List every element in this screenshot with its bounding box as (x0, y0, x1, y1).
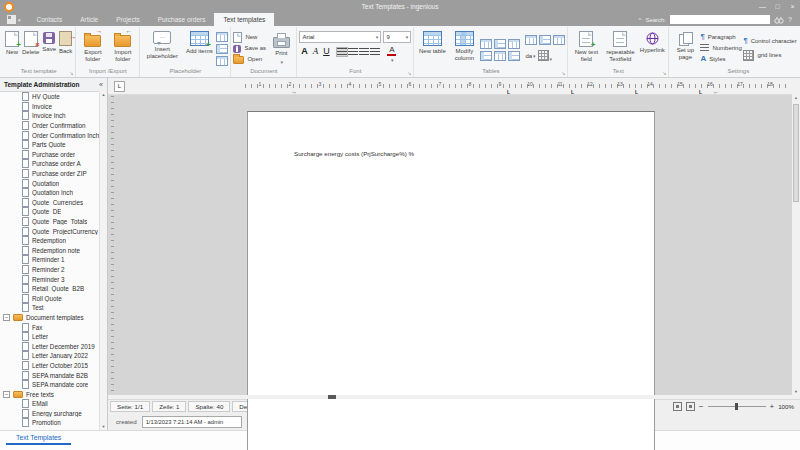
import-folder-button[interactable]: Import folder (108, 28, 137, 68)
table-tool-icon[interactable] (525, 35, 537, 45)
fit-page-icon[interactable] (673, 402, 682, 411)
menu-tab[interactable]: Projects (107, 13, 148, 26)
tree-item[interactable]: Parts Quote (0, 140, 107, 150)
tree-item[interactable]: Quotation (0, 178, 107, 188)
scroll-up-icon[interactable]: ▲ (792, 95, 800, 100)
placeholder-extra-icon[interactable] (216, 32, 228, 42)
scroll-down-icon[interactable]: ▼ (100, 424, 107, 429)
new-template-button[interactable]: New (4, 28, 20, 68)
minimize-button[interactable]: — (755, 0, 770, 13)
tree-item[interactable]: Redemption (0, 236, 107, 246)
document-new-button[interactable]: New (233, 32, 267, 43)
set-up-page-button[interactable]: Set up page (671, 28, 699, 68)
tree-item[interactable]: Purchase order ZIP (0, 169, 107, 179)
menu-tab[interactable]: Text templates (214, 13, 274, 26)
align-center-button[interactable] (348, 48, 358, 56)
tree-item[interactable]: Order Confirmation Inch (0, 130, 107, 140)
table-tool-icon[interactable] (480, 51, 492, 61)
scrollbar-thumb[interactable] (793, 104, 799, 202)
back-button[interactable]: Back (58, 28, 73, 68)
tab-stop-icon[interactable]: L (635, 90, 638, 95)
scrollbar-thumb[interactable] (328, 395, 336, 399)
styles-button[interactable]: Styles (700, 54, 742, 65)
help-icon[interactable]: ? (788, 16, 792, 23)
margin-marker-icon[interactable]: ← (713, 89, 719, 95)
save-template-button[interactable]: Save (41, 28, 57, 68)
tree-item[interactable]: Retail_Quote_B2B (0, 284, 107, 294)
export-folder-button[interactable]: Export folder (78, 28, 107, 68)
tree-item[interactable]: EMail (0, 399, 107, 409)
align-justify-button[interactable] (370, 48, 380, 56)
table-tool-icon[interactable] (494, 39, 506, 49)
table-tool-icon[interactable] (553, 35, 565, 45)
zoom-out-button[interactable]: − (699, 403, 704, 411)
hyperlink-button[interactable]: Hyperlink (638, 28, 666, 68)
tree-item[interactable]: Purchase order A (0, 159, 107, 169)
vertical-scrollbar[interactable]: ▲ ▼ (791, 94, 800, 395)
search-input[interactable] (670, 15, 770, 24)
borders-dropdown[interactable] (538, 47, 553, 65)
table-tool-icon[interactable] (494, 51, 506, 61)
indent-marker-icon[interactable]: → (291, 89, 297, 95)
tree-item[interactable]: Invoice (0, 102, 107, 112)
expander-icon[interactable] (3, 391, 10, 398)
app-menu-button[interactable] (0, 13, 28, 26)
tree-item[interactable]: Quote_Page_Totals (0, 217, 107, 227)
new-table-button[interactable]: New table (416, 28, 448, 68)
tree-item[interactable]: Letter (0, 332, 107, 342)
text-templates-tab[interactable]: Text Templates (6, 431, 71, 445)
tree-item[interactable]: Invoice Inch (0, 111, 107, 121)
tree-item[interactable]: Reminder 3 (0, 274, 107, 284)
close-button[interactable]: × (785, 0, 800, 13)
placeholder-extra-icon[interactable] (216, 56, 228, 66)
print-button[interactable]: Print (268, 28, 294, 68)
expander-icon[interactable] (3, 314, 10, 321)
tree-item[interactable]: SEPA mandate B2B (0, 370, 107, 380)
collapse-ribbon-icon[interactable]: ^ (639, 17, 642, 23)
tree-item[interactable]: Roll Quote (0, 293, 107, 303)
tree-item[interactable]: Energy surcharge (0, 409, 107, 419)
maximize-button[interactable]: □ (770, 0, 785, 13)
tab-stop-icon[interactable]: L (507, 90, 510, 95)
tree-item[interactable]: Letter December 2019 (0, 341, 107, 351)
italic-button[interactable]: A (310, 46, 320, 57)
zoom-slider-thumb[interactable] (735, 403, 738, 410)
grid-lines-button[interactable]: grid lines (743, 50, 800, 61)
menu-tab[interactable]: Purchase orders (149, 13, 215, 26)
tree-item[interactable]: Fax (0, 322, 107, 332)
tree-item[interactable]: Quote_ProjectCurrency (0, 226, 107, 236)
tab-selector[interactable]: L (114, 81, 125, 92)
bold-button[interactable]: A (299, 46, 309, 57)
zoom-slider[interactable] (708, 406, 766, 407)
numbering-button[interactable]: Numbering (700, 43, 742, 54)
tree-item[interactable]: Redemption note (0, 246, 107, 256)
zoom-in-button[interactable]: + (770, 403, 775, 411)
underline-button[interactable]: U (321, 46, 331, 57)
tree-item[interactable]: Reminder 2 (0, 265, 107, 275)
tab-stop-icon[interactable]: L (571, 90, 574, 95)
horizontal-scrollbar[interactable] (108, 395, 800, 399)
tree-item[interactable]: Letter October 2015 (0, 361, 107, 371)
horizontal-ruler[interactable]: 123456789101112131415161718 → L L L L ← (245, 80, 791, 92)
modify-column-button[interactable]: Modify column (449, 28, 479, 68)
tree-item[interactable]: Order Confirmation (0, 121, 107, 131)
document-save-as-button[interactable]: Save as (233, 43, 267, 54)
add-items-button[interactable]: Add items (183, 28, 215, 68)
sidebar-scrollbar[interactable]: ▲ ▼ (99, 91, 107, 430)
table-style-dropdown[interactable]: da (525, 53, 535, 59)
paragraph-button[interactable]: ¶Paragraph (700, 32, 742, 43)
document-open-button[interactable]: Open (233, 54, 267, 65)
repeatable-textfield-button[interactable]: repeatable Textfield (603, 28, 637, 68)
delete-template-button[interactable]: Delete (21, 28, 40, 68)
tree-item[interactable]: Reminder 1 (0, 255, 107, 265)
scroll-up-icon[interactable]: ▲ (100, 92, 107, 97)
tab-stop-icon[interactable]: L (699, 90, 702, 95)
table-tool-icon[interactable] (508, 51, 520, 61)
new-text-field-button[interactable]: New text field (570, 28, 602, 68)
tree-item[interactable]: Quote_DE (0, 207, 107, 217)
tree-item[interactable]: SEPA mandate core (0, 380, 107, 390)
tree-item[interactable]: Promotion (0, 418, 107, 428)
placeholder-extra-icon[interactable] (216, 44, 228, 54)
font-size-select[interactable]: 9 (383, 31, 411, 43)
align-right-button[interactable] (359, 48, 369, 56)
